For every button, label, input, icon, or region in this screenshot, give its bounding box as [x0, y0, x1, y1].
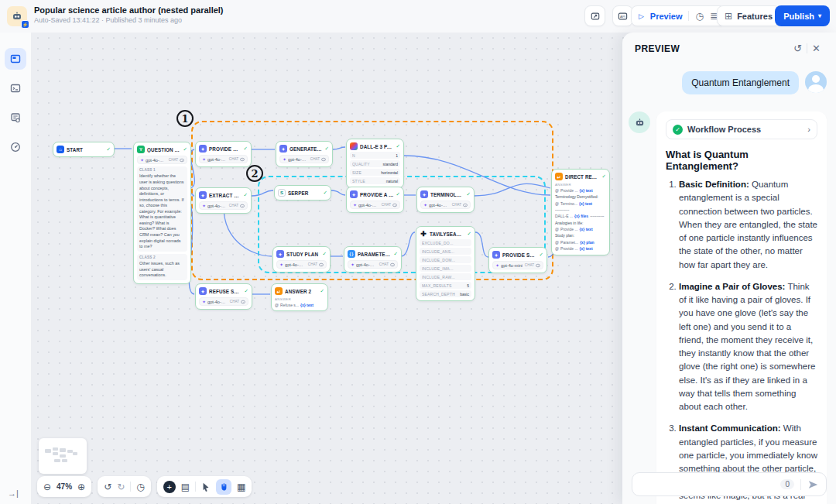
success-icon: ✓	[323, 251, 327, 257]
add-note-icon[interactable]: ▤	[181, 482, 190, 492]
model-name: gpt-4o-mini	[501, 263, 522, 268]
app-logo: ⚡	[7, 6, 27, 26]
hand-mode-icon[interactable]	[216, 479, 231, 495]
model-icon: ✦	[353, 202, 357, 207]
restart-conversation-icon[interactable]: ↺	[789, 43, 807, 54]
organize-layout-icon[interactable]: ▦	[237, 482, 245, 492]
node-tavilysearch[interactable]: ✚ TAVILYSEARCH ✓ EXCLUDE_DO... INCLUDE_A…	[416, 226, 475, 301]
node-title: EXTRACT THE THEME.	[209, 193, 242, 198]
variable-row: @Refuse s...{x} text	[275, 303, 324, 308]
minimap[interactable]	[39, 438, 87, 474]
zoom-out-icon[interactable]: ⊖	[43, 482, 51, 492]
model-mode: CHAT	[229, 204, 238, 207]
chat-input[interactable]: 0	[632, 472, 827, 496]
model-mode: CHAT	[230, 300, 239, 303]
node-title: PROVIDE METAPHORS A...	[209, 146, 242, 152]
sidebar-item-logs[interactable]	[5, 107, 26, 129]
success-icon: ✓	[107, 146, 111, 153]
node-provide-study-material[interactable]: ✦ PROVIDE STUDY MATER... ✓ ✦ gpt-4o-mini…	[488, 247, 547, 273]
success-icon: ✓	[467, 191, 471, 197]
node-title: ANSWER 2	[285, 289, 318, 294]
model-mode: CHAT	[379, 262, 389, 266]
success-icon: ✓	[245, 288, 248, 294]
workflow-process-toggle[interactable]: ✓ Workflow Process ›	[666, 119, 817, 139]
annotation-circle-2: 2	[246, 165, 263, 182]
extractor-icon: { }	[348, 250, 355, 258]
answer-icon: ↵	[555, 173, 563, 180]
param-row: SIZEhorizontal	[350, 169, 400, 176]
success-icon: ✓	[183, 146, 187, 153]
undo-icon[interactable]: ↺	[104, 482, 111, 492]
node-start[interactable]: ⌂ START ✓	[53, 142, 115, 157]
node-terminology-literacy[interactable]: ✦ TERMINOLOGY LITERACY ✓ ✦ gpt-4o-mini-2…	[416, 187, 475, 213]
success-icon: ✓	[325, 146, 329, 152]
eye-icon	[536, 263, 540, 266]
node-title: TERMINOLOGY LITERACY	[430, 192, 464, 197]
redo-icon[interactable]: ↻	[117, 482, 125, 492]
send-icon[interactable]	[807, 479, 819, 490]
features-icon: ⊞	[725, 12, 732, 21]
model-name: gpt-4o-mini-20...	[285, 262, 307, 267]
api-reference-button[interactable]: API	[612, 5, 633, 26]
collapse-sidebar-icon[interactable]: →|	[8, 489, 19, 498]
features-button[interactable]: ⊞ Features	[717, 5, 780, 26]
param-row: STYLEnatural	[350, 177, 400, 184]
publish-label: Publish	[783, 12, 814, 21]
node-dalle-painting[interactable]: DALL-E 3 PAINTING ✓ N1 QUALITYstandard S…	[346, 139, 404, 188]
model-chip: ✦ gpt-4o-mini-20... CHAT	[137, 156, 187, 164]
param-row: SEARCH_DEPTHbasic	[420, 290, 471, 297]
eye-icon	[319, 262, 324, 266]
edit-app-icon	[591, 12, 600, 21]
eye-icon	[240, 204, 245, 207]
variable-row: @Provide ...{x} textStudy plan:	[555, 227, 606, 238]
model-icon: ✦	[423, 202, 427, 207]
node-answer-2[interactable]: ↵ ANSWER 2 ✓ ANSWER @Refuse s...{x} text	[271, 283, 328, 311]
param-row: N1	[350, 152, 400, 159]
serper-icon: S	[278, 189, 286, 197]
add-node-button[interactable]: +	[163, 481, 176, 493]
model-name: gpt-4o-mini	[207, 157, 228, 162]
model-chip: ✦ gpt-4o-mini CHAT	[199, 155, 248, 163]
node-study-plan[interactable]: ✦ STUDY PLAN ✓ ✦ gpt-4o-mini-20... CHAT	[272, 246, 331, 273]
sidebar-item-orchestrate[interactable]	[5, 48, 26, 70]
node-title: DIRECT REPLY	[565, 174, 600, 180]
pointer-mode-icon[interactable]	[201, 482, 211, 492]
close-panel-icon[interactable]: ✕	[807, 43, 825, 54]
user-message-bubble: Quantum Entanglement	[682, 71, 799, 94]
node-title: PARAMETER EXTRACTOR	[358, 252, 392, 257]
success-icon: ✓	[396, 191, 400, 197]
node-refuse-small-talk[interactable]: ✦ REFUSE SMALL TALK. ✓ ✦ gpt-4o-mini-20.…	[195, 283, 252, 310]
class-label: CLASS 2	[139, 255, 185, 260]
zoom-in-icon[interactable]: ⊕	[77, 482, 85, 492]
node-question-classifier[interactable]: Y QUESTION CLASSIFIER ✓ ✦ gpt-4o-mini-20…	[133, 142, 191, 284]
app-title: Popular science article author (nested p…	[34, 5, 224, 15]
edit-app-button[interactable]	[584, 5, 605, 26]
class-text: Other issues, such as users' casual conv…	[139, 261, 185, 279]
node-provide-metaphors[interactable]: ✦ PROVIDE METAPHORS A... ✓ ✦ gpt-4o-mini…	[195, 141, 252, 167]
node-provide-topic[interactable]: ✦ PROVIDE A TOPIC FROM... ✓ ✦ gpt-4o-min…	[346, 187, 404, 213]
run-history-icon[interactable]: ◷	[695, 12, 703, 21]
model-mode: CHAT	[169, 158, 178, 162]
node-generate-image[interactable]: ✦ GENERATE IMAGE PRO... ✓ ✦ gpt-4o-mini …	[276, 141, 333, 167]
publish-button[interactable]: Publish ▾	[775, 5, 830, 26]
history-icon[interactable]: ◷	[136, 482, 144, 492]
param-row: INCLUDE_IMA...	[420, 265, 471, 272]
model-name: gpt-4o-mini-20...	[207, 300, 228, 304]
node-parameter-extractor[interactable]: { } PARAMETER EXTRACTOR ✓ ✦ gpt-4o-mini-…	[344, 246, 402, 273]
node-title: START	[67, 147, 104, 153]
class-text: Identify whether the user is asking ques…	[139, 173, 185, 249]
param-row: EXCLUDE_DO...	[420, 239, 471, 246]
preview-run-button[interactable]: Preview	[650, 12, 683, 21]
zoom-level[interactable]: 47%	[57, 482, 72, 491]
model-icon: ✦	[202, 203, 206, 208]
node-title: DALL-E 3 PAINTING	[360, 144, 394, 149]
class-box: CLASS 1 Identify whether the user is ask…	[137, 166, 187, 252]
node-extract-theme[interactable]: ✦ EXTRACT THE THEME. ✓ ✦ gpt-4o-mini CHA…	[195, 187, 252, 214]
sidebar-item-prompt[interactable]	[5, 77, 26, 99]
model-mode: CHAT	[452, 203, 461, 207]
model-chip: ✦ gpt-4o-mini-20... CHAT	[199, 297, 248, 306]
api-icon: API	[618, 12, 628, 21]
sidebar-item-monitoring[interactable]	[5, 136, 26, 158]
node-direct-reply[interactable]: ↵ DIRECT REPLY ✓ ANSWER @Provide ...{x} …	[551, 169, 610, 255]
node-serper[interactable]: S SERPER ✓	[274, 185, 331, 201]
